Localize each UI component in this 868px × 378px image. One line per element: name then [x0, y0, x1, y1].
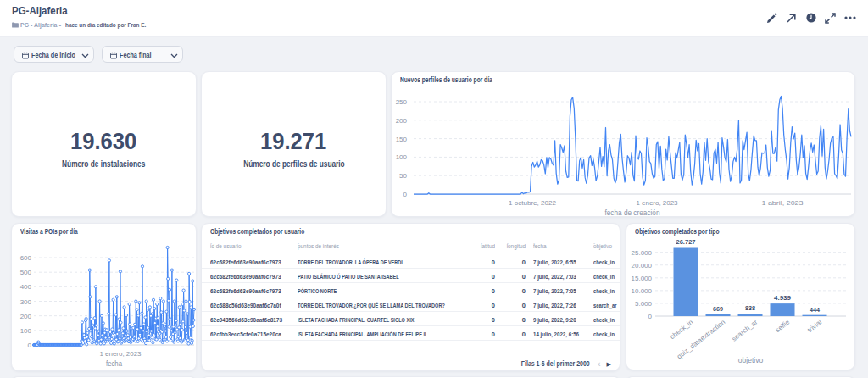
table-cell: 62c688c56d63e90aaf6c7a0f	[210, 302, 281, 309]
open-link-icon[interactable]	[782, 11, 801, 25]
svg-text:50: 50	[399, 172, 407, 180]
table-cell: TORRE DEL TROVADOR. LA ÓPERA DE VERDI	[298, 258, 403, 266]
svg-text:search_ar: search_ar	[731, 318, 760, 342]
sort-caret-icon: ˆ	[481, 242, 482, 248]
pagination-next-icon[interactable]: ▶	[607, 360, 611, 368]
table-cell: 0	[481, 331, 526, 338]
table-title: Objetivos completados por usuario	[210, 227, 304, 236]
table-cell: check_in	[593, 331, 615, 338]
svg-text:0: 0	[28, 342, 32, 349]
sort-caret-icon: ˆ	[593, 242, 595, 248]
table-cell: 7 julio, 2022, 7:03	[533, 273, 576, 281]
svg-text:26.727: 26.727	[676, 238, 697, 246]
table-objectives-by-user: Objetivos completados por usuario ˆid de…	[201, 223, 620, 371]
breadcrumb-path[interactable]: PG - Aljaferia	[20, 21, 57, 29]
table-cell: PATIO ISLÁMICO Ó PATIO DE SANTA ISABEL	[298, 273, 399, 281]
column-header[interactable]: ˆfecha	[533, 242, 547, 250]
column-header[interactable]: ˆpuntos de interés	[298, 242, 339, 250]
date-end-filter[interactable]: Fecha final	[102, 46, 183, 63]
svg-text:20.000: 20.000	[632, 262, 653, 270]
svg-text:600: 600	[20, 254, 32, 262]
pagination-prev-icon[interactable]: ‹	[598, 360, 601, 368]
svg-text:669: 669	[713, 305, 723, 313]
scorecard-user-profiles: 19.271 Número de perfiles de usuario	[201, 71, 387, 217]
table-row: 62c688c56d63e90aaf6c7a0fTORRE DEL TROVAD…	[202, 297, 620, 312]
table-cell: 62c682fe6d63e90aaf6c7973	[210, 273, 281, 281]
svg-text:1 enero, 2023: 1 enero, 2023	[636, 199, 678, 207]
table-cell: 0	[481, 287, 526, 295]
edit-icon[interactable]	[762, 11, 782, 25]
svg-text:0: 0	[403, 191, 408, 198]
date-start-filter[interactable]: Fecha de inicio	[14, 46, 94, 63]
more-icon[interactable]	[840, 11, 860, 25]
svg-text:4.939: 4.939	[774, 294, 792, 302]
table-cell: 0	[481, 258, 526, 266]
svg-text:400: 400	[20, 283, 32, 291]
table-cell: TORRE DEL TROVADOR ¿POR QUÉ SE LLAMA DEL…	[298, 302, 445, 309]
svg-text:check_in: check_in	[669, 318, 694, 341]
clock-icon[interactable]	[801, 11, 821, 25]
svg-text:200: 200	[396, 117, 408, 125]
table-cell: ISLETA FACHADA PRINCIPAL. CUARTEL SIGLO …	[298, 316, 414, 324]
column-header[interactable]: ˆobjetivo	[593, 242, 612, 250]
table-cell: 62c682fe6d63e90aaf6c7973	[210, 258, 281, 266]
svg-text:15.000: 15.000	[632, 275, 653, 282]
table-cell: 62c682fe6d63e90aaf6c7973	[210, 287, 281, 295]
svg-text:500: 500	[20, 269, 32, 276]
table-cell: 0	[481, 302, 526, 309]
chart-new-profiles-per-day: Nuevos perfiles de usuario por día 05010…	[391, 71, 855, 217]
chart-objectives-by-type: Objetivos completados por tipo 05.00010.…	[626, 223, 855, 370]
scorecard-label: Número de perfiles de usuario	[243, 159, 344, 169]
svg-text:trivial: trivial	[806, 318, 823, 334]
pagination-label: Filas 1-6 del primer 2000	[521, 359, 590, 368]
scorecard-value: 19.630	[70, 130, 136, 153]
svg-text:1 octubre, 2022: 1 octubre, 2022	[509, 199, 557, 207]
header-actions	[762, 11, 860, 25]
svg-text:100: 100	[396, 153, 408, 161]
column-header[interactable]: ˆlongitud	[488, 242, 526, 250]
calendar-icon	[110, 52, 117, 59]
table-cell: 62cfbb3ecc5cfe0a715e20ca	[210, 331, 281, 338]
table-cell: check_in	[593, 316, 615, 324]
table-row: 62c682fe6d63e90aaf6c7973PÓRTICO NORTE007…	[202, 283, 620, 297]
svg-text:selfie: selfie	[774, 318, 792, 334]
report-header: PG-Aljaferia PG - Aljaferia • hace un dí…	[0, 0, 868, 37]
chart-poi-visits-per-day: Visitas a POIs por día 01002003004005006…	[11, 223, 197, 371]
svg-text:fecha: fecha	[106, 359, 122, 368]
svg-text:250: 250	[396, 98, 408, 106]
table-cell: 7 julio, 2022, 7:26	[533, 302, 576, 309]
bar-chart-objectives[interactable]: 05.00010.00015.00020.00025.00026.727chec…	[626, 224, 856, 371]
line-chart-new-profiles[interactable]: 0501001502002501 octubre, 20221 enero, 2…	[392, 72, 856, 218]
table-cell: search_ar	[593, 302, 617, 309]
edited-info: hace un día editado por Fran E.	[65, 21, 146, 29]
table-row: 62c682fe6d63e90aaf6c7973TORRE DEL TROVAD…	[202, 254, 620, 269]
table-cell: 7 julio, 2022, 6:55	[533, 258, 576, 266]
chevron-down-icon	[81, 53, 89, 58]
svg-text:200: 200	[20, 313, 32, 320]
calendar-icon	[22, 52, 29, 59]
svg-text:444: 444	[810, 306, 820, 314]
table-cell: 7 julio, 2022, 7:05	[533, 287, 576, 295]
scorecard-value: 19.271	[260, 130, 326, 153]
svg-text:838: 838	[745, 304, 755, 312]
svg-text:1 abril, 2023: 1 abril, 2023	[761, 199, 804, 207]
svg-text:300: 300	[20, 298, 32, 306]
table-row: 62c682fe6d63e90aaf6c7973PATIO ISLÁMICO Ó…	[202, 269, 620, 283]
svg-text:100: 100	[20, 327, 32, 335]
sort-caret-icon: ˆ	[298, 242, 299, 248]
svg-text:5.000: 5.000	[635, 300, 653, 308]
table-row: 62c943566d63e90aaf6c8173ISLETA FACHADA P…	[202, 312, 620, 326]
report-title: PG-Aljaferia	[12, 4, 68, 17]
sort-caret-icon: ˆ	[507, 242, 509, 248]
line-chart-poi-visits[interactable]: 01002003004005006001 enero, 2023fecha	[12, 224, 198, 372]
table-row: 62cfbb3ecc5cfe0a715e20caISLETA FACHADA P…	[202, 326, 620, 341]
table-cell: check_in	[593, 258, 615, 266]
svg-text:fecha de creación: fecha de creación	[605, 208, 660, 217]
fullscreen-icon[interactable]	[821, 11, 840, 25]
svg-text:objetivo: objetivo	[738, 356, 764, 364]
table-cell: PÓRTICO NORTE	[298, 287, 337, 295]
chevron-down-icon	[170, 53, 178, 58]
table-cell: check_in	[593, 273, 615, 281]
svg-text:150: 150	[396, 136, 408, 143]
column-header[interactable]: ˆid de usuario	[210, 242, 242, 250]
